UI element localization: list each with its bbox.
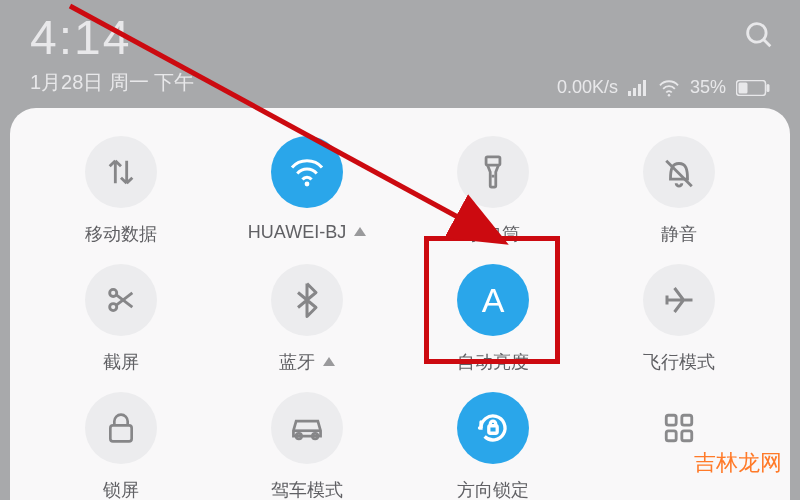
svg-rect-5 [643,80,646,96]
search-icon[interactable] [742,18,776,52]
tile-screenshot[interactable]: 截屏 [28,264,214,374]
svg-rect-23 [666,415,676,425]
signal-icon [628,80,648,96]
svg-rect-2 [628,91,631,96]
svg-line-1 [764,40,771,47]
wifi-status-icon [658,79,680,97]
svg-point-6 [668,93,671,96]
data-arrows-icon [85,136,157,208]
status-bar: 4:14 1月28日 周一 下午 0.00K/s 35% [0,0,800,110]
tile-label: HUAWEI-BJ [248,222,366,243]
svg-rect-24 [682,415,692,425]
flashlight-icon [457,136,529,208]
chevron-down-icon [354,227,366,236]
car-icon [271,392,343,464]
quick-settings-panel: 移动数据 HUAWEI-BJ 手电筒 静音 截屏 [10,108,790,500]
tile-label: 飞行模式 [643,350,715,374]
lock-icon [85,392,157,464]
chevron-down-icon [323,357,335,366]
tile-driving-mode[interactable]: 驾车模式 [214,392,400,500]
svg-rect-26 [682,431,692,441]
svg-line-17 [116,293,132,305]
tile-mute[interactable]: 静音 [586,136,772,246]
svg-rect-22 [489,426,497,434]
net-speed: 0.00K/s [557,77,618,98]
rotation-lock-icon [457,392,529,464]
battery-icon [736,80,770,96]
tile-label: 蓝牙 [279,350,335,374]
tile-wifi[interactable]: HUAWEI-BJ [214,136,400,246]
tiles-grid: 移动数据 HUAWEI-BJ 手电筒 静音 截屏 [28,136,772,500]
svg-rect-11 [486,157,500,165]
clock: 4:14 [30,10,770,65]
tile-label: 驾车模式 [271,478,343,500]
tile-label: 手电筒 [466,222,520,246]
tile-label: 移动数据 [85,222,157,246]
svg-rect-4 [638,84,641,96]
svg-point-14 [110,289,117,296]
tile-airplane[interactable]: 飞行模式 [586,264,772,374]
tile-label: 自动亮度 [457,350,529,374]
tile-flashlight[interactable]: 手电筒 [400,136,586,246]
scissors-icon [85,264,157,336]
bell-off-icon [643,136,715,208]
tile-mobile-data[interactable]: 移动数据 [28,136,214,246]
tile-label: 截屏 [103,350,139,374]
svg-rect-25 [666,431,676,441]
tile-auto-brightness[interactable]: A 自动亮度 [400,264,586,374]
svg-point-10 [305,182,310,187]
svg-rect-18 [110,425,131,441]
tile-grid-menu[interactable] [586,392,772,500]
tile-label: 方向锁定 [457,478,529,500]
svg-point-15 [110,304,117,311]
svg-rect-9 [767,84,770,92]
airplane-icon [643,264,715,336]
wifi-icon [271,136,343,208]
battery-pct: 35% [690,77,726,98]
tile-label: 静音 [661,222,697,246]
tile-lock[interactable]: 锁屏 [28,392,214,500]
svg-rect-3 [633,88,636,96]
tile-bluetooth[interactable]: 蓝牙 [214,264,400,374]
status-indicators: 0.00K/s 35% [557,77,770,98]
svg-point-0 [748,24,766,42]
tile-rotation-lock[interactable]: 方向锁定 [400,392,586,500]
svg-line-16 [116,295,132,307]
grid-icon [643,392,715,464]
bluetooth-icon [271,264,343,336]
letter-a-icon: A [457,264,529,336]
svg-rect-8 [739,82,748,93]
tile-label: 锁屏 [103,478,139,500]
